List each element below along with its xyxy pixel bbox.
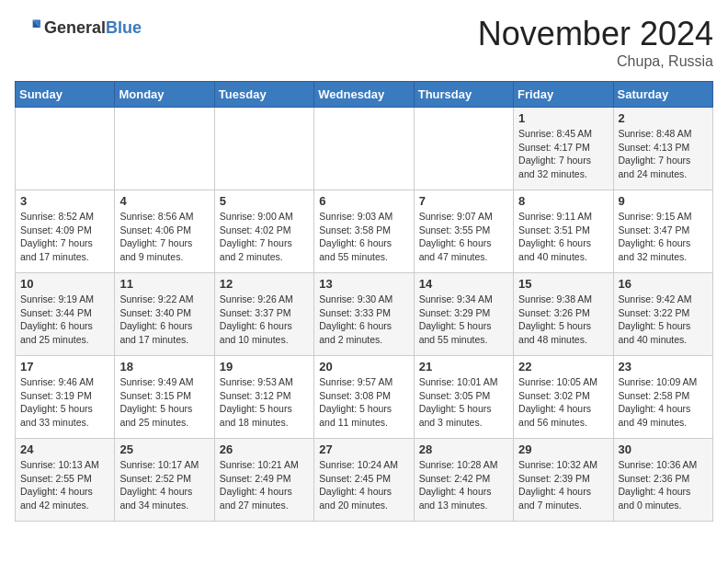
calendar-cell: 16Sunrise: 9:42 AMSunset: 3:22 PMDayligh…: [613, 273, 712, 356]
logo-icon: [15, 15, 40, 40]
day-info: Sunrise: 10:13 AMSunset: 2:55 PMDaylight…: [20, 458, 109, 512]
day-number: 25: [119, 442, 209, 456]
calendar-cell: 27Sunrise: 10:24 AMSunset: 2:45 PMDaylig…: [314, 439, 414, 522]
logo-text-general: General: [44, 18, 106, 37]
day-info: Sunrise: 10:17 AMSunset: 2:52 PMDaylight…: [119, 458, 209, 512]
day-number: 19: [220, 360, 309, 373]
day-number: 22: [518, 360, 608, 373]
calendar-cell: [115, 108, 214, 190]
calendar-cell: 19Sunrise: 9:53 AMSunset: 3:12 PMDayligh…: [214, 356, 313, 439]
calendar-cell: 10Sunrise: 9:19 AMSunset: 3:44 PMDayligh…: [16, 273, 115, 356]
day-number: 23: [619, 360, 708, 373]
day-number: 7: [419, 194, 508, 208]
day-info: Sunrise: 9:00 AMSunset: 4:02 PMDaylight:…: [220, 210, 309, 264]
day-info: Sunrise: 9:49 AMSunset: 3:15 PMDaylight:…: [119, 375, 209, 430]
day-info: Sunrise: 10:01 AMSunset: 3:05 PMDaylight…: [419, 375, 508, 430]
day-info: Sunrise: 10:36 AMSunset: 2:36 PMDaylight…: [619, 458, 708, 512]
day-info: Sunrise: 9:03 AMSunset: 3:58 PMDaylight:…: [319, 210, 408, 264]
day-info: Sunrise: 9:30 AMSunset: 3:33 PMDaylight:…: [319, 293, 408, 347]
week-row-3: 10Sunrise: 9:19 AMSunset: 3:44 PMDayligh…: [16, 273, 713, 356]
day-info: Sunrise: 9:53 AMSunset: 3:12 PMDaylight:…: [220, 375, 309, 430]
day-info: Sunrise: 9:15 AMSunset: 3:47 PMDaylight:…: [619, 210, 708, 264]
day-info: Sunrise: 10:32 AMSunset: 2:39 PMDaylight…: [518, 458, 608, 512]
calendar-cell: 5Sunrise: 9:00 AMSunset: 4:02 PMDaylight…: [214, 190, 313, 273]
dow-header-friday: Friday: [514, 82, 613, 108]
day-number: 9: [619, 194, 708, 208]
title-block: November 2024 Chupa, Russia: [478, 15, 713, 70]
day-info: Sunrise: 10:28 AMSunset: 2:42 PMDaylight…: [419, 458, 508, 512]
calendar-cell: 29Sunrise: 10:32 AMSunset: 2:39 PMDaylig…: [514, 439, 613, 522]
dow-header-wednesday: Wednesday: [314, 82, 414, 108]
day-number: 17: [20, 360, 109, 373]
calendar-cell: 11Sunrise: 9:22 AMSunset: 3:40 PMDayligh…: [115, 273, 214, 356]
calendar-cell: [214, 108, 313, 190]
calendar-cell: 9Sunrise: 9:15 AMSunset: 3:47 PMDaylight…: [613, 190, 712, 273]
calendar-cell: 28Sunrise: 10:28 AMSunset: 2:42 PMDaylig…: [414, 439, 513, 522]
day-number: 13: [319, 277, 408, 291]
week-row-1: 1Sunrise: 8:45 AMSunset: 4:17 PMDaylight…: [16, 108, 713, 190]
dow-header-monday: Monday: [115, 82, 214, 108]
day-number: 14: [419, 277, 508, 291]
calendar-cell: 21Sunrise: 10:01 AMSunset: 3:05 PMDaylig…: [414, 356, 513, 439]
day-number: 21: [419, 360, 508, 373]
calendar-cell: 14Sunrise: 9:34 AMSunset: 3:29 PMDayligh…: [414, 273, 513, 356]
day-info: Sunrise: 9:11 AMSunset: 3:51 PMDaylight:…: [518, 210, 608, 264]
day-number: 18: [119, 360, 209, 373]
day-of-week-row: SundayMondayTuesdayWednesdayThursdayFrid…: [16, 82, 713, 108]
page-header: GeneralBlue November 2024 Chupa, Russia: [15, 15, 713, 70]
day-number: 4: [119, 194, 209, 208]
week-row-2: 3Sunrise: 8:52 AMSunset: 4:09 PMDaylight…: [16, 190, 713, 273]
calendar-cell: 24Sunrise: 10:13 AMSunset: 2:55 PMDaylig…: [16, 439, 115, 522]
month-title: November 2024: [478, 15, 713, 53]
calendar-table: SundayMondayTuesdayWednesdayThursdayFrid…: [15, 81, 713, 522]
week-row-4: 17Sunrise: 9:46 AMSunset: 3:19 PMDayligh…: [16, 356, 713, 439]
day-number: 24: [20, 442, 109, 456]
dow-header-sunday: Sunday: [16, 82, 115, 108]
day-info: Sunrise: 9:57 AMSunset: 3:08 PMDaylight:…: [319, 375, 408, 430]
day-info: Sunrise: 10:21 AMSunset: 2:49 PMDaylight…: [220, 458, 309, 512]
week-row-5: 24Sunrise: 10:13 AMSunset: 2:55 PMDaylig…: [16, 439, 713, 522]
day-number: 2: [619, 111, 708, 125]
day-info: Sunrise: 9:07 AMSunset: 3:55 PMDaylight:…: [419, 210, 508, 264]
calendar-cell: 23Sunrise: 10:09 AMSunset: 2:58 PMDaylig…: [613, 356, 712, 439]
day-info: Sunrise: 9:22 AMSunset: 3:40 PMDaylight:…: [119, 293, 209, 347]
day-info: Sunrise: 9:38 AMSunset: 3:26 PMDaylight:…: [518, 293, 608, 347]
day-number: 11: [119, 277, 209, 291]
calendar-cell: 30Sunrise: 10:36 AMSunset: 2:36 PMDaylig…: [613, 439, 712, 522]
calendar-cell: [16, 108, 115, 190]
day-info: Sunrise: 9:19 AMSunset: 3:44 PMDaylight:…: [20, 293, 109, 347]
day-info: Sunrise: 10:05 AMSunset: 3:02 PMDaylight…: [518, 375, 608, 430]
day-number: 3: [20, 194, 109, 208]
day-number: 28: [419, 442, 508, 456]
calendar-cell: 3Sunrise: 8:52 AMSunset: 4:09 PMDaylight…: [16, 190, 115, 273]
calendar-body: 1Sunrise: 8:45 AMSunset: 4:17 PMDaylight…: [16, 108, 713, 522]
dow-header-saturday: Saturday: [613, 82, 712, 108]
day-info: Sunrise: 8:56 AMSunset: 4:06 PMDaylight:…: [119, 210, 209, 264]
calendar-cell: 15Sunrise: 9:38 AMSunset: 3:26 PMDayligh…: [514, 273, 613, 356]
calendar-cell: [414, 108, 513, 190]
day-info: Sunrise: 10:09 AMSunset: 2:58 PMDaylight…: [619, 375, 708, 430]
day-number: 30: [619, 442, 708, 456]
day-number: 10: [20, 277, 109, 291]
dow-header-thursday: Thursday: [414, 82, 513, 108]
calendar-cell: 20Sunrise: 9:57 AMSunset: 3:08 PMDayligh…: [314, 356, 414, 439]
day-number: 15: [518, 277, 608, 291]
calendar-cell: 22Sunrise: 10:05 AMSunset: 3:02 PMDaylig…: [514, 356, 613, 439]
day-number: 16: [619, 277, 708, 291]
day-info: Sunrise: 8:48 AMSunset: 4:13 PMDaylight:…: [619, 127, 708, 181]
day-number: 26: [220, 442, 309, 456]
day-number: 8: [518, 194, 608, 208]
day-info: Sunrise: 10:24 AMSunset: 2:45 PMDaylight…: [319, 458, 408, 512]
day-info: Sunrise: 9:34 AMSunset: 3:29 PMDaylight:…: [419, 293, 508, 347]
calendar-cell: 25Sunrise: 10:17 AMSunset: 2:52 PMDaylig…: [115, 439, 214, 522]
day-number: 5: [220, 194, 309, 208]
calendar-cell: 7Sunrise: 9:07 AMSunset: 3:55 PMDaylight…: [414, 190, 513, 273]
day-info: Sunrise: 8:52 AMSunset: 4:09 PMDaylight:…: [20, 210, 109, 264]
calendar-cell: 17Sunrise: 9:46 AMSunset: 3:19 PMDayligh…: [16, 356, 115, 439]
calendar-cell: 1Sunrise: 8:45 AMSunset: 4:17 PMDaylight…: [514, 108, 613, 190]
calendar-cell: 13Sunrise: 9:30 AMSunset: 3:33 PMDayligh…: [314, 273, 414, 356]
day-number: 1: [518, 111, 608, 125]
logo: GeneralBlue: [15, 15, 142, 40]
calendar-cell: 12Sunrise: 9:26 AMSunset: 3:37 PMDayligh…: [214, 273, 313, 356]
calendar-cell: 6Sunrise: 9:03 AMSunset: 3:58 PMDaylight…: [314, 190, 414, 273]
